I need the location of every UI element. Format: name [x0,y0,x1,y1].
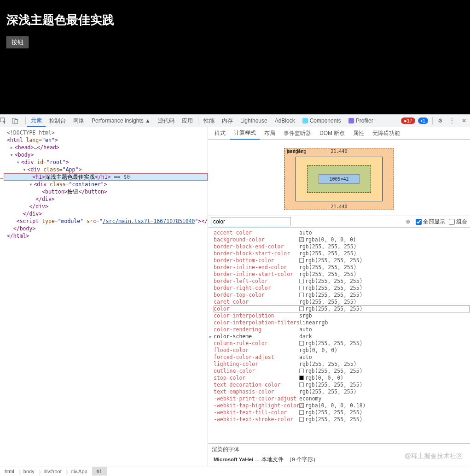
styles-tab-5[interactable]: 属性 [349,127,368,140]
group-checkbox[interactable]: 组合 [449,218,467,226]
styles-tab-0[interactable]: 样式 [211,127,229,140]
bm-padding-label: padding [287,149,306,154]
more-icon[interactable]: ⋮ [446,118,458,124]
prop-stop-color[interactable]: stop-colorrgb(0, 0, 0) [214,375,470,382]
box-model: margin 21.440 21.440 - - border - - - - [208,140,470,216]
devtools-tab-1[interactable]: 控制台 [46,114,70,127]
error-badge[interactable]: ● 17 [401,118,415,124]
breadcrumb-item[interactable]: div.App [66,467,92,476]
bm-content: 1005×42 [319,174,359,184]
elements-panel: <!DOCTYPE html> <html lang="en"> ▸<head>… [0,127,208,466]
prop-border-bottom-color[interactable]: border-bottom-colorrgb(255, 255, 255) [214,257,470,264]
devtools-tab-2[interactable]: 网络 [70,114,88,127]
styles-tab-1[interactable]: 计算样式 [230,127,260,140]
devtools-tab-3[interactable]: Performance insights ▲ [88,114,154,127]
styles-panel: 样式计算样式布局事件监听器DOM 断点属性无障碍功能 margin 21.440… [208,127,470,466]
devtools-tab-10[interactable]: Components [299,114,345,127]
styles-tab-3[interactable]: 事件监听器 [280,127,315,140]
prop-background-color[interactable]: background-colorrgba(0, 0, 0, 0) [214,236,470,243]
devtools-tab-9[interactable]: AdBlock [271,114,299,127]
devtools-tab-11[interactable]: Profiler [345,114,377,127]
dom-script[interactable]: <script type="module" src="/src/main.tsx… [4,217,208,225]
styles-tab-4[interactable]: DOM 断点 [316,127,348,140]
app-preview: 深浅主题色最佳实践 按钮 [0,0,470,114]
devtools-tab-6[interactable]: 性能 [200,114,218,127]
dom-body-close[interactable]: </body> [4,225,208,232]
prop-lighting-color[interactable]: lighting-colorrgb(255, 255, 255) [214,361,470,368]
prop-color-interpolation-filters[interactable]: color-interpolation-filterslinearrgb [214,319,470,326]
dom-h1-selected[interactable]: <h1>深浅主题色最佳实践</h1> == $0 [4,173,208,181]
device-icon[interactable] [12,118,24,124]
devtools-tab-5[interactable]: 应用 [178,114,197,127]
prop-text-decoration-color[interactable]: text-decoration-colorrgb(255, 255, 255) [214,382,470,388]
dom-app[interactable]: ▾<div class="App"> [4,166,208,173]
devtools-tab-0[interactable]: 元素 [27,114,46,127]
styles-tab-2[interactable]: 布局 [261,127,279,140]
prop-border-block-end-color[interactable]: border-block-end-colorrgb(255, 255, 255) [214,243,470,250]
prop-forced-color-adjust[interactable]: forced-color-adjustauto [214,354,470,361]
prop-color-rendering[interactable]: color-renderingauto [214,326,470,333]
close-icon[interactable]: ✕ [458,118,470,124]
inspect-icon[interactable] [0,118,12,124]
message-badge[interactable]: ▪ 1 [418,118,428,124]
gear-icon[interactable]: ⚙ [434,118,446,124]
prop-color-interpolation[interactable]: color-interpolationsrgb [214,312,470,319]
prop--webkit-text-stroke-color[interactable]: -webkit-text-stroke-colorrgb(255, 255, 2… [214,416,470,423]
watermark: @稀土掘金技术社区 [405,452,463,460]
dom-body-open[interactable]: ▾<body> [4,151,208,159]
dom-div-close-3[interactable]: </div> [4,210,208,217]
breadcrumb-item[interactable]: div#root [39,467,66,476]
devtools-tabs: 元素控制台网络Performance insights ▲源代码应用性能内存Li… [27,114,401,127]
filter-input[interactable] [211,217,291,226]
dom-container[interactable]: ▾<div class="container"> [4,181,208,188]
devtools-tab-7[interactable]: 内存 [218,114,237,127]
devtools-tab-8[interactable]: Lighthouse [237,114,271,127]
prop-column-rule-color[interactable]: column-rule-colorrgb(255, 255, 255) [214,340,470,347]
prop--webkit-tap-highlight-color[interactable]: -webkit-tap-highlight-colorrgba(0, 0, 0,… [214,402,470,409]
dom-tree[interactable]: <!DOCTYPE html> <html lang="en"> ▸<head>… [0,127,208,466]
breadcrumb-item[interactable]: body [19,467,39,476]
show-all-checkbox[interactable]: 全部显示 [416,218,445,226]
prop-caret-color[interactable]: caret-colorrgb(255, 255, 255) [214,299,470,306]
prop-color[interactable]: colorrgb(255, 255, 255) [214,306,470,312]
svg-rect-2 [15,119,17,123]
styles-tab-6[interactable]: 无障碍功能 [369,127,404,140]
breadcrumb: htmlbodydiv#rootdiv.Apph1 [0,466,470,476]
dom-div-close-1[interactable]: </div> [4,195,208,203]
app-heading: 深浅主题色最佳实践 [6,12,464,28]
dom-button[interactable]: <button>按钮</button> [4,188,208,195]
prop-accent-color[interactable]: accent-colorauto [214,229,470,236]
prop-border-right-color[interactable]: border-right-colorrgb(255, 255, 255) [214,285,470,292]
breadcrumb-item[interactable]: h1 [92,467,107,476]
prop-border-inline-end-color[interactable]: border-inline-end-colorrgb(255, 255, 255… [214,264,470,271]
dom-html-open[interactable]: <html lang="en"> [4,136,208,144]
prop-border-block-start-color[interactable]: border-block-start-colorrgb(255, 255, 25… [214,250,470,257]
computed-properties[interactable]: accent-colorautobackground-colorrgba(0, … [208,228,470,443]
devtools-toolbar: 元素控制台网络Performance insights ▲源代码应用性能内存Li… [0,114,470,127]
styles-tabs: 样式计算样式布局事件监听器DOM 断点属性无障碍功能 [208,127,470,140]
clear-icon[interactable]: ⊗ [406,218,410,225]
breadcrumb-item[interactable]: html [0,467,19,476]
prop-text-emphasis-color[interactable]: text-emphasis-colorrgb(255, 255, 255) [214,388,470,395]
prop-border-left-color[interactable]: border-left-colorrgb(255, 255, 255) [214,278,470,285]
prop-color-scheme[interactable]: ▸color-schemedark [214,333,470,340]
prop-border-inline-start-color[interactable]: border-inline-start-colorrgb(255, 255, 2… [214,271,470,278]
filter-row: ⊗ 全部显示 组合 [208,216,470,228]
dom-root[interactable]: ▾<div id="root"> [4,159,208,166]
dom-div-close-2[interactable]: </div> [4,203,208,210]
prop-flood-color[interactable]: flood-colorrgb(0, 0, 0) [214,347,470,354]
devtools-tab-4[interactable]: 源代码 [154,114,178,127]
prop--webkit-text-fill-color[interactable]: -webkit-text-fill-colorrgb(255, 255, 255… [214,409,470,416]
dom-head[interactable]: ▸<head>…</head> [4,144,208,151]
dom-doctype[interactable]: <!DOCTYPE html> [4,129,208,136]
prop--webkit-print-color-adjust[interactable]: -webkit-print-color-adjusteconomy [214,395,470,402]
app-button[interactable]: 按钮 [6,36,29,48]
prop-outline-color[interactable]: outline-colorrgb(255, 255, 255) [214,368,470,375]
dom-html-close[interactable]: </html> [4,232,208,240]
prop-border-top-color[interactable]: border-top-colorrgb(255, 255, 255) [214,292,470,299]
